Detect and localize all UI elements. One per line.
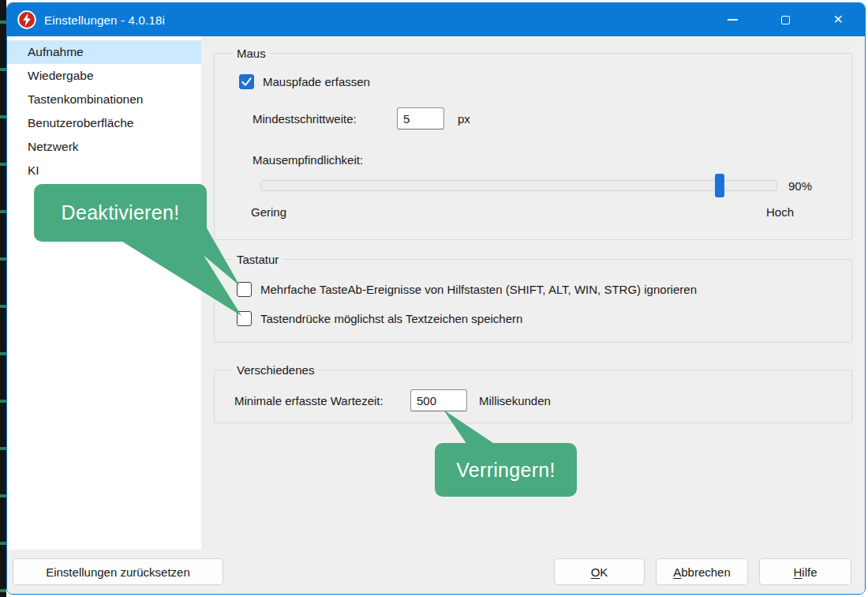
reset-settings-button[interactable]: Einstellungen zurücksetzen (13, 558, 223, 585)
tasteab-label: Mehrfache TasteAb-Ereignisse von Hilfsta… (260, 283, 697, 296)
sidebar-item-benutzeroberflaeche[interactable]: Benutzeroberfläche (7, 111, 201, 135)
group-maus-legend: Maus (233, 47, 270, 60)
slider-track[interactable] (260, 180, 777, 191)
app-lightning-icon (17, 10, 36, 29)
close-button[interactable]: × (820, 3, 856, 36)
tasteab-checkbox[interactable] (237, 282, 252, 297)
titlebar[interactable]: Einstellungen - 4.0.18i × (7, 3, 865, 36)
maximize-button[interactable] (767, 3, 803, 36)
deaktivieren-text: Deaktivieren! (62, 201, 180, 224)
mauspfade-checkbox[interactable] (239, 74, 254, 89)
mausempfindlichkeit-label: Mausempfindlichkeit: (253, 153, 363, 167)
textzeichen-checkbox[interactable] (237, 311, 252, 326)
reset-settings-label: Einstellungen zurücksetzen (46, 565, 190, 579)
group-tastatur: Tastatur Mehrfache TasteAb-Ereignisse vo… (214, 253, 852, 343)
minimize-button[interactable] (714, 3, 750, 36)
slider-thumb[interactable] (715, 174, 724, 197)
slider-min-label: Gering (251, 205, 286, 219)
window-title: Einstellungen - 4.0.18i (44, 13, 165, 27)
group-maus: Maus Mauspfade erfassen Mindestschrittwe… (214, 47, 852, 240)
sidebar-item-tastenkombinationen[interactable]: Tastenkombinationen (7, 88, 201, 111)
window-controls: × (714, 3, 856, 36)
ok-button[interactable]: OK (554, 558, 645, 585)
cancel-button[interactable]: Abbrechen (656, 558, 748, 585)
mausempfindlichkeit-slider[interactable] (260, 174, 777, 197)
desktop: Einstellungen - 4.0.18i × Aufnahme Wiede… (0, 0, 868, 597)
sidebar-item-aufnahme[interactable]: Aufnahme (7, 40, 201, 64)
slider-max-label: Hoch (766, 205, 794, 219)
sidebar: Aufnahme Wiedergabe Tastenkombinationen … (7, 36, 201, 550)
sidebar-item-ki[interactable]: KI (7, 159, 201, 182)
mindestschrittweite-unit: px (458, 112, 470, 126)
maximize-icon (781, 16, 790, 24)
cancel-label: Abbrechen (673, 565, 731, 579)
mindestschrittweite-label: Mindestschrittweite: (253, 112, 397, 126)
textzeichen-label: Tastendrücke möglichst als Textzeichen s… (260, 312, 522, 325)
settings-window: Einstellungen - 4.0.18i × Aufnahme Wiede… (6, 2, 866, 595)
sidebar-item-netzwerk[interactable]: Netzwerk (7, 135, 201, 159)
sidebar-item-wiedergabe[interactable]: Wiedergabe (7, 64, 201, 88)
group-verschiedenes-legend: Verschiedenes (233, 363, 318, 377)
mindestschrittweite-input[interactable] (397, 107, 444, 130)
verringern-callout: Verringern! (435, 443, 577, 497)
slider-value: 90% (788, 179, 812, 193)
help-button[interactable]: Hilfe (759, 558, 851, 585)
deaktivieren-callout: Deaktivieren! (34, 184, 207, 242)
wartezeit-input[interactable] (410, 389, 467, 411)
wartezeit-unit: Millisekunden (479, 394, 551, 407)
wartezeit-label: Minimale erfasste Wartezeit: (234, 394, 410, 407)
verringern-text: Verringern! (456, 459, 556, 482)
dialog-footer: Einstellungen zurücksetzen OK Abbrechen … (7, 550, 865, 594)
background-window-edge (0, 0, 6, 597)
minimize-icon (728, 19, 738, 21)
help-label: Hilfe (793, 565, 817, 579)
mauspfade-label: Mauspfade erfassen (263, 75, 370, 88)
check-icon (241, 76, 253, 88)
close-icon: × (833, 10, 843, 28)
ok-label: OK (591, 565, 608, 579)
group-tastatur-legend: Tastatur (233, 253, 282, 266)
group-verschiedenes: Verschiedenes Minimale erfasste Wartezei… (214, 363, 852, 423)
